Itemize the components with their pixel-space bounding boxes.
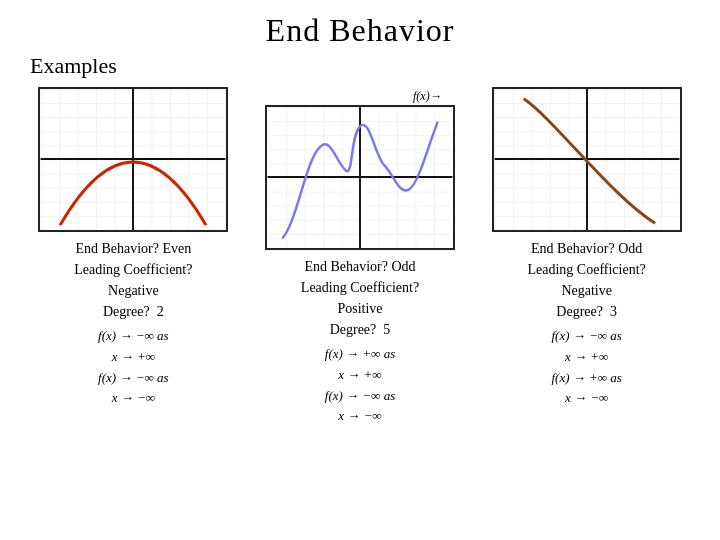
- example-col-2: f(x)→ End Behavior? Odd Leading: [255, 105, 465, 427]
- leading-coeff-value-3: Negative: [527, 280, 645, 301]
- graph-3: [492, 87, 682, 232]
- desc-2: End Behavior? Odd Leading Coefficient? P…: [301, 256, 419, 340]
- leading-coeff-label-2: Leading Coefficient?: [301, 277, 419, 298]
- leading-coeff-value-2: Positive: [301, 298, 419, 319]
- example-col-3: End Behavior? Odd Leading Coefficient? N…: [482, 87, 692, 409]
- end-behavior-label-3: End Behavior? Odd: [527, 238, 645, 259]
- fx-arrow: f(x)→: [413, 89, 442, 104]
- graph-2: [265, 105, 455, 250]
- degree-2: Degree? 5: [301, 319, 419, 340]
- math-2: f(x) → +∞ as x → +∞ f(x) → −∞ as x → −∞: [325, 344, 395, 427]
- desc-1: End Behavior? Even Leading Coefficient? …: [74, 238, 192, 322]
- page-title: End Behavior: [0, 0, 720, 49]
- graph-1: [38, 87, 228, 232]
- leading-coeff-label-3: Leading Coefficient?: [527, 259, 645, 280]
- math-3: f(x) → −∞ as x → +∞ f(x) → +∞ as x → −∞: [551, 326, 621, 409]
- end-behavior-label-1: End Behavior? Even: [74, 238, 192, 259]
- leading-coeff-label-1: Leading Coefficient?: [74, 259, 192, 280]
- math-1: f(x) → −∞ as x → +∞ f(x) → −∞ as x → −∞: [98, 326, 168, 409]
- degree-3: Degree? 3: [527, 301, 645, 322]
- degree-1: Degree? 2: [74, 301, 192, 322]
- desc-3: End Behavior? Odd Leading Coefficient? N…: [527, 238, 645, 322]
- leading-coeff-value-1: Negative: [74, 280, 192, 301]
- example-col-1: End Behavior? Even Leading Coefficient? …: [28, 87, 238, 409]
- end-behavior-label-2: End Behavior? Odd: [301, 256, 419, 277]
- content-area: End Behavior? Even Leading Coefficient? …: [0, 87, 720, 427]
- examples-label: Examples: [30, 53, 720, 79]
